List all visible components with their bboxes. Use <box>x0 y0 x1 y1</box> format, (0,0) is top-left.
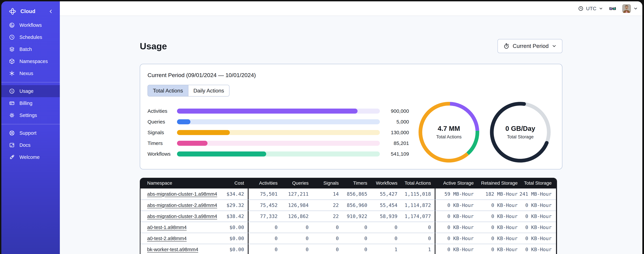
cell-value: 126,984 <box>288 202 308 208</box>
value-cell: 0 <box>281 222 312 233</box>
cell-value: 0 <box>275 224 278 230</box>
sidebar-item-docs[interactable]: Docs <box>1 139 60 151</box>
column-header-namespace: Namespace <box>140 178 211 188</box>
value-cell: 910,922 <box>342 211 371 222</box>
value-cell: 55,454 <box>371 200 401 210</box>
column-header-timers: Timers <box>342 178 371 188</box>
sidebar-item-label: Namespaces <box>20 59 48 64</box>
sidebar-item-schedules[interactable]: Schedules <box>1 31 60 43</box>
value-cell: 0 KB-Hour <box>436 222 478 233</box>
column-header-label: Workflows <box>376 180 398 186</box>
support-icon <box>9 130 15 136</box>
value-cell: $38.42 <box>211 211 248 222</box>
value-cell: 856,960 <box>342 200 371 210</box>
value-cell: 0 <box>342 244 371 254</box>
cell-value: 0 KB-Hour <box>525 247 552 252</box>
schedules-icon <box>9 34 15 40</box>
sidebar-item-label: Docs <box>20 142 30 148</box>
value-cell: 55,427 <box>371 188 401 200</box>
namespace-link[interactable]: abs-migration-cluster-1.a98mm4 <box>147 191 217 197</box>
cell-value: 0 KB-Hour <box>525 214 552 219</box>
cell-value: 0 <box>336 247 339 252</box>
sidebar-item-usage[interactable]: Usage <box>1 85 60 97</box>
value-cell: 14 <box>312 188 342 200</box>
theme-glasses-button[interactable] <box>609 5 616 12</box>
cell-value: 0 KB-Hour <box>491 202 518 208</box>
total-storage-donut: 0 GB/Day Total Storage <box>485 97 556 168</box>
value-cell: 0 KB-Hour <box>521 200 555 210</box>
column-header-label: Retained Storage <box>481 180 518 186</box>
usage-bar-row: Timers 85,201 <box>148 140 409 147</box>
account-menu[interactable] <box>622 4 638 13</box>
sidebar-item-billing[interactable]: Billing <box>1 97 60 109</box>
column-header-label: Total Actions <box>405 180 431 186</box>
value-cell: 0 KB-Hour <box>521 211 555 222</box>
usage-bar-row: Signals 130,000 <box>148 129 409 136</box>
sidebar-item-settings[interactable]: Settings <box>1 109 60 121</box>
namespace-link[interactable]: abs-migration-cluster-2.a98mm4 <box>147 202 217 208</box>
column-header-retained-storage: Retained Storage <box>478 178 521 188</box>
cell-value: 0 <box>428 236 431 241</box>
sidebar-item-support[interactable]: Support <box>1 127 60 139</box>
cell-value: 22 <box>333 202 339 208</box>
namespace-link[interactable]: a0-test-1.a98mm4 <box>147 225 186 230</box>
cell-value: 75,452 <box>260 202 278 208</box>
timezone-selector[interactable]: UTC <box>578 6 603 12</box>
cell-value: 0 <box>364 236 367 241</box>
namespace-link[interactable]: abs-migration-cluster-3.a98mm4 <box>147 214 217 219</box>
value-cell: 0 KB-Hour <box>478 233 521 244</box>
actions-bar-chart: Activities 900,000 Queries 5,000 Signals… <box>148 108 409 158</box>
total-actions-donut: 4.7 MM Total Actions <box>414 97 484 168</box>
value-cell: 77,332 <box>248 211 281 222</box>
column-header-label: Activities <box>259 180 278 186</box>
cell-value: 910,922 <box>347 214 367 219</box>
value-cell: 182 MB-Hour <box>478 188 521 200</box>
workflows-icon <box>9 22 15 28</box>
cell-value: 0 KB-Hour <box>448 247 474 252</box>
column-header-label: Cost <box>234 180 244 186</box>
page-header: Usage Current Period <box>140 39 562 53</box>
column-header-label: Queries <box>292 180 308 186</box>
cell-value: 0 <box>394 236 398 241</box>
period-button-label: Current Period <box>512 43 548 49</box>
bar-label: Workflows <box>148 151 177 157</box>
sidebar-item-nexus[interactable]: Nexus <box>1 67 60 80</box>
cell-value: 0 KB-Hour <box>525 236 552 241</box>
bar-label: Timers <box>148 140 177 146</box>
cell-value: 0 KB-Hour <box>491 247 518 252</box>
namespace-link[interactable]: bk-worker-test.a98mm4 <box>147 247 198 252</box>
cell-value: $34.42 <box>226 191 244 197</box>
value-cell: $0.00 <box>211 233 248 244</box>
value-cell: 126,862 <box>281 211 312 222</box>
cell-value: 0 KB-Hour <box>448 236 474 241</box>
cell-value: 0 <box>364 247 367 252</box>
sidebar-item-batch[interactable]: Batch <box>1 43 60 55</box>
brand-row: Cloud <box>1 6 60 16</box>
cell-value: $0.00 <box>230 247 244 252</box>
value-cell: 75,501 <box>248 188 281 200</box>
value-cell: 0 <box>371 233 401 244</box>
tab-daily-actions[interactable]: Daily Actions <box>188 85 229 96</box>
bar-value: 5,000 <box>380 119 409 125</box>
tab-total-actions[interactable]: Total Actions <box>148 85 188 96</box>
period-selector-button[interactable]: Current Period <box>498 39 562 53</box>
sidebar-item-welcome[interactable]: Welcome <box>1 151 60 163</box>
value-cell: 0 <box>342 222 371 233</box>
glasses-icon <box>609 5 616 12</box>
sidebar-collapse-button[interactable] <box>48 8 54 14</box>
cell-value: 0 KB-Hour <box>491 214 518 219</box>
sidebar-item-workflows[interactable]: Workflows <box>1 19 60 31</box>
cell-value: 1,174,077 <box>405 214 431 219</box>
namespace-link[interactable]: a0-test-2.a98mm4 <box>147 236 186 241</box>
sidebar-section-account: Usage Billing Settings <box>1 85 60 121</box>
value-cell: 22 <box>312 211 342 222</box>
table-row: bk-worker-test.a98mm4$0.000000110 KB-Hou… <box>140 244 556 254</box>
sidebar-item-namespaces[interactable]: Namespaces <box>1 55 60 67</box>
table-row: abs-migration-cluster-3.a98mm4$38.4277,3… <box>140 210 556 222</box>
value-cell: 0 KB-Hour <box>478 211 521 222</box>
value-cell: 0 <box>312 222 342 233</box>
bar-track <box>177 130 380 135</box>
brand-label: Cloud <box>20 8 35 14</box>
cell-value: 0 KB-Hour <box>448 214 474 219</box>
value-cell: 22 <box>312 200 342 210</box>
